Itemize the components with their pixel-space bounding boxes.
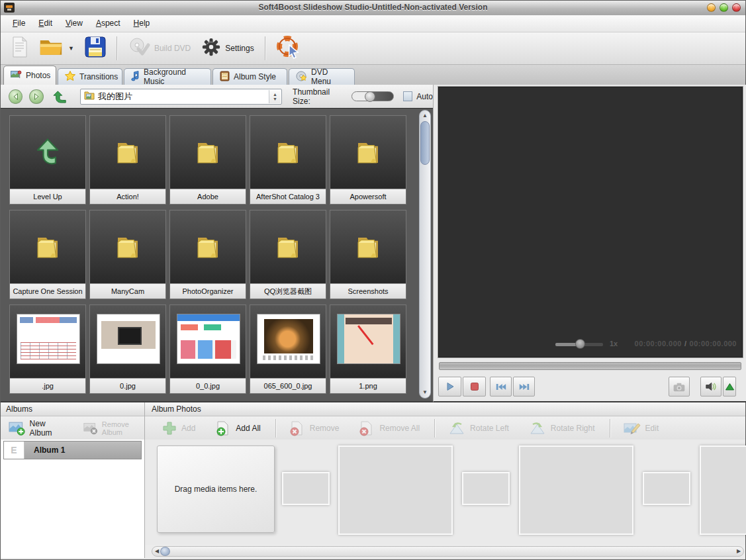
seek-bar[interactable] xyxy=(439,362,741,370)
build-dvd-button[interactable]: Build DVD xyxy=(122,34,196,62)
auto-checkbox[interactable] xyxy=(403,91,413,101)
up-level-button[interactable] xyxy=(53,89,68,104)
previous-button[interactable] xyxy=(490,377,512,397)
time-current: 00:00:00.000 xyxy=(635,340,682,348)
rotate-left-button[interactable]: Rotate Left xyxy=(443,420,514,437)
save-project-button[interactable] xyxy=(79,34,111,63)
tab-transitions[interactable]: Transitions xyxy=(58,68,122,85)
grid-item-label: Screenshots xyxy=(330,283,406,299)
folder-image-icon xyxy=(84,91,95,103)
browser-vertical-scrollbar[interactable]: ▲ ▼ xyxy=(419,110,431,398)
back-arrow-icon xyxy=(12,93,20,101)
add-all-button[interactable]: Add All xyxy=(210,419,265,438)
transition-placeholder[interactable] xyxy=(643,472,690,505)
tab-dvd-menu[interactable]: DVD Menu xyxy=(289,68,355,85)
file-grid: Level Up Action! Adobe AfterShot Catalog… xyxy=(1,109,419,401)
thumbnail-size-knob[interactable] xyxy=(365,91,375,102)
transition-placeholder[interactable] xyxy=(462,472,510,505)
main-toolbar: ▼ Build DVD Settings xyxy=(1,32,745,65)
grid-item-image[interactable]: 0.jpg xyxy=(89,304,166,394)
menu-aspect[interactable]: Aspect xyxy=(89,15,127,32)
back-button[interactable] xyxy=(9,89,23,104)
grid-item-label: .jpg xyxy=(10,378,85,393)
help-button[interactable] xyxy=(271,32,305,64)
open-project-button[interactable]: ▼ xyxy=(34,34,79,62)
tab-photos-label: Photos xyxy=(26,71,50,80)
scroll-down-arrow[interactable]: ▼ xyxy=(420,388,430,397)
grid-item-folder[interactable]: Capture One Session xyxy=(9,210,86,299)
horizontal-scroll-thumb[interactable] xyxy=(160,547,170,556)
grid-item-folder[interactable]: AfterShot Catalog 3 xyxy=(250,115,326,205)
grid-item-folder[interactable]: ManyCam xyxy=(89,210,166,299)
play-icon xyxy=(445,382,455,391)
edit-icon xyxy=(624,421,641,436)
grid-item-folder[interactable]: Apowersoft xyxy=(330,115,406,205)
grid-item-label: Capture One Session xyxy=(10,283,85,299)
mute-button[interactable] xyxy=(700,377,722,397)
drop-zone[interactable]: Drag media items here. xyxy=(157,445,275,533)
photo-placeholder[interactable] xyxy=(519,445,633,535)
stop-button[interactable] xyxy=(463,377,486,397)
add-button[interactable]: Add xyxy=(157,420,201,437)
grid-item-folder[interactable]: Action! xyxy=(89,115,166,205)
video-controls: 1x 00:00:00.000/00:00:00.000 xyxy=(439,337,737,351)
scroll-right-arrow[interactable]: ▶ xyxy=(734,547,743,556)
snapshot-button[interactable] xyxy=(669,377,690,397)
drop-hint: Drag media items here. xyxy=(175,485,257,494)
grid-item-image[interactable]: 065_600_0.jpg xyxy=(250,304,326,394)
remove-album-icon xyxy=(83,420,98,436)
speed-slider-knob[interactable] xyxy=(575,339,585,349)
photo-placeholder[interactable] xyxy=(338,445,453,535)
rotate-right-button[interactable]: Rotate Right xyxy=(524,420,600,437)
next-button[interactable] xyxy=(513,377,535,397)
grid-item-image[interactable]: .jpg xyxy=(9,304,86,394)
minimize-button[interactable] xyxy=(707,3,716,12)
maximize-button[interactable] xyxy=(720,3,728,12)
grid-item-image[interactable]: 0_0.jpg xyxy=(169,304,246,394)
tab-album-style[interactable]: Album Style xyxy=(212,68,287,85)
photo-placeholder[interactable] xyxy=(700,445,746,535)
album-list-item-selected[interactable]: E Album 1 xyxy=(3,441,142,459)
build-dvd-label: Build DVD xyxy=(154,44,191,53)
grid-item-folder[interactable]: Screenshots xyxy=(330,210,406,299)
tab-background-music[interactable]: Background Music xyxy=(124,68,211,85)
grid-item-label: Apowersoft xyxy=(330,189,406,204)
star-icon xyxy=(65,71,75,83)
level-up-icon xyxy=(10,116,85,189)
open-dropdown-arrow[interactable]: ▼ xyxy=(68,45,74,52)
volume-popup-button[interactable] xyxy=(723,377,736,397)
auto-label: Auto xyxy=(416,92,433,101)
grid-item-level-up[interactable]: Level Up xyxy=(9,115,86,205)
forward-button[interactable] xyxy=(29,89,43,104)
timeline-horizontal-scrollbar[interactable]: ◀ ▶ xyxy=(152,546,744,557)
grid-item-folder[interactable]: QQ浏览器截图 xyxy=(250,210,326,299)
menu-edit[interactable]: Edit xyxy=(32,15,59,32)
grid-item-image[interactable]: 1.png xyxy=(330,304,406,394)
dvd-disc-icon xyxy=(296,71,307,83)
transition-placeholder[interactable] xyxy=(282,472,330,505)
vertical-scroll-thumb[interactable] xyxy=(420,121,430,165)
remove-button[interactable]: Remove xyxy=(284,419,345,438)
tab-album-style-label: Album Style xyxy=(234,72,276,81)
title-bar[interactable]: Soft4Boost Slideshow Studio-Untitled-Non… xyxy=(1,1,745,16)
new-project-button[interactable] xyxy=(6,34,34,63)
edit-button[interactable]: Edit xyxy=(618,420,665,437)
menu-file[interactable]: File xyxy=(6,15,32,32)
menu-view[interactable]: View xyxy=(59,15,89,32)
grid-item-folder[interactable]: Adobe xyxy=(169,115,246,205)
tab-photos[interactable]: Photos xyxy=(3,66,56,85)
path-combobox[interactable]: 我的图片 ▲▼ xyxy=(80,89,282,105)
remove-album-button[interactable]: Remove Album xyxy=(79,419,144,438)
new-album-button[interactable]: New Album xyxy=(5,418,70,439)
toolbar-separator xyxy=(434,419,435,438)
add-label: Add xyxy=(181,424,195,433)
grid-item-folder[interactable]: PhotoOrganizer xyxy=(169,210,246,299)
scroll-up-arrow[interactable]: ▲ xyxy=(420,111,430,120)
play-button[interactable] xyxy=(438,377,461,397)
menu-help[interactable]: Help xyxy=(127,15,157,32)
settings-button[interactable]: Settings xyxy=(196,34,259,62)
thumbnail-size-slider[interactable] xyxy=(351,91,394,101)
remove-all-button[interactable]: Remove All xyxy=(353,419,425,438)
close-button[interactable] xyxy=(732,3,741,12)
path-spinner[interactable]: ▲▼ xyxy=(269,90,281,103)
